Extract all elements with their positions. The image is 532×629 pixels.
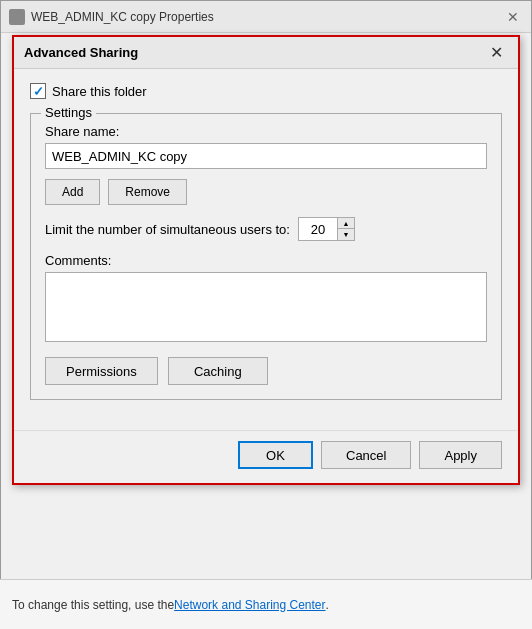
bg-window-icon (9, 9, 25, 25)
caching-button[interactable]: Caching (168, 357, 268, 385)
network-sharing-center-link[interactable]: Network and Sharing Center (174, 598, 325, 612)
bottom-note-text: To change this setting, use the (12, 598, 174, 612)
settings-group: Settings Share name: Add Remove Limit th… (30, 113, 502, 400)
remove-button[interactable]: Remove (108, 179, 187, 205)
spinner-down-button[interactable]: ▼ (338, 229, 354, 240)
dialog-body: ✓ Share this folder Settings Share name:… (14, 69, 518, 430)
share-name-label: Share name: (45, 124, 487, 139)
simultaneous-users-input[interactable] (299, 218, 337, 240)
share-folder-label[interactable]: Share this folder (52, 84, 147, 99)
bg-titlebar: WEB_ADMIN_KC copy Properties ✕ (1, 1, 531, 33)
dialog-title: Advanced Sharing (24, 45, 138, 60)
advanced-sharing-dialog: Advanced Sharing ✕ ✓ Share this folder S… (12, 35, 520, 485)
bg-close-button[interactable]: ✕ (503, 7, 523, 27)
spinner-buttons: ▲ ▼ (337, 218, 354, 240)
comments-textarea[interactable] (45, 272, 487, 342)
permissions-button[interactable]: Permissions (45, 357, 158, 385)
dialog-footer: OK Cancel Apply (14, 430, 518, 483)
dialog-close-button[interactable]: ✕ (484, 41, 508, 65)
apply-button[interactable]: Apply (419, 441, 502, 469)
share-name-field-row: Share name: (45, 124, 487, 169)
permissions-caching-row: Permissions Caching (45, 357, 487, 385)
comments-field-row: Comments: (45, 253, 487, 345)
comments-label: Comments: (45, 253, 487, 268)
simultaneous-users-row: Limit the number of simultaneous users t… (45, 217, 487, 241)
share-name-input[interactable] (45, 143, 487, 169)
spinner-up-button[interactable]: ▲ (338, 218, 354, 229)
bottom-note-text-after: . (326, 598, 329, 612)
add-remove-row: Add Remove (45, 179, 487, 205)
settings-legend: Settings (41, 105, 96, 120)
bottom-note: To change this setting, use the Network … (0, 579, 532, 629)
bg-titlebar-left: WEB_ADMIN_KC copy Properties (9, 9, 214, 25)
share-folder-checkbox[interactable]: ✓ (30, 83, 46, 99)
ok-button[interactable]: OK (238, 441, 313, 469)
simultaneous-users-label: Limit the number of simultaneous users t… (45, 222, 290, 237)
checkmark-icon: ✓ (33, 85, 44, 98)
cancel-button[interactable]: Cancel (321, 441, 411, 469)
spinner-container: ▲ ▼ (298, 217, 355, 241)
bg-window-title: WEB_ADMIN_KC copy Properties (31, 10, 214, 24)
add-button[interactable]: Add (45, 179, 100, 205)
share-folder-row: ✓ Share this folder (30, 83, 502, 99)
dialog-titlebar: Advanced Sharing ✕ (14, 37, 518, 69)
